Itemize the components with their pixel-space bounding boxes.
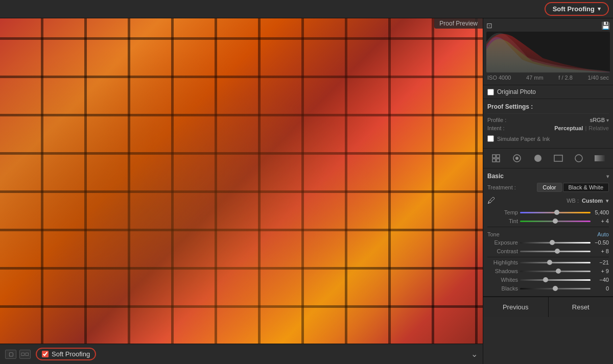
svg-point-5 xyxy=(515,157,518,160)
svg-rect-9 xyxy=(595,155,605,161)
right-panel: ⊡ 💾 xyxy=(483,18,613,364)
shadows-label: Shadows xyxy=(487,268,518,274)
tools-row xyxy=(483,149,613,168)
whites-slider-row: Whites −40 xyxy=(487,277,609,283)
highlights-label: Highlights xyxy=(487,259,518,265)
temp-label: Temp xyxy=(487,209,518,215)
photo-canvas xyxy=(0,18,483,344)
proof-settings-section: Proof Settings : Profile : sRGB ▾ Intent… xyxy=(483,99,613,149)
color-treatment-btn[interactable]: Color xyxy=(537,183,561,192)
exif-iso: ISO 4000 xyxy=(487,75,511,81)
temp-track[interactable] xyxy=(520,212,591,213)
filled-circle-icon[interactable] xyxy=(531,153,545,164)
reset-button[interactable]: Reset xyxy=(549,297,614,317)
save-icon[interactable]: 💾 xyxy=(601,21,610,30)
wb-value: Custom xyxy=(582,198,603,204)
shadows-value: + 9 xyxy=(593,268,609,274)
proof-settings-title: Proof Settings : xyxy=(487,101,609,114)
gradient-icon[interactable] xyxy=(593,153,607,164)
contrast-track[interactable] xyxy=(520,251,591,252)
histogram-icon: ⊡ xyxy=(486,21,492,30)
exif-info: ISO 4000 47 mm f / 2.8 1/40 sec xyxy=(486,72,610,82)
exif-aperture: f / 2.8 xyxy=(558,75,573,81)
highlights-value: −21 xyxy=(593,259,609,265)
basic-title: Basic xyxy=(487,173,504,180)
bottom-buttons: Previous Reset xyxy=(483,297,613,317)
exif-shutter: 1/40 sec xyxy=(587,75,609,81)
exposure-thumb[interactable] xyxy=(550,240,555,245)
simulate-checkbox[interactable] xyxy=(487,135,494,142)
blacks-track[interactable] xyxy=(520,288,591,289)
soft-proofing-checkbox-container[interactable]: Soft Proofing xyxy=(36,348,96,360)
intent-separator: | xyxy=(585,125,586,131)
temp-value: 5,400 xyxy=(593,209,609,215)
shadows-thumb[interactable] xyxy=(556,269,561,274)
main-content: Proof Preview ▢ ▢▢ Soft Proofing ⌄ xyxy=(0,18,613,364)
temp-thumb[interactable] xyxy=(554,210,559,215)
shadows-track[interactable] xyxy=(520,271,591,272)
view-compare-icon[interactable]: ▢▢ xyxy=(19,350,31,359)
intent-options: Perceptual | Relative xyxy=(554,125,609,131)
rect-tool-icon[interactable] xyxy=(551,153,565,164)
treatment-row: Treatment : Color Black & White xyxy=(487,183,609,192)
bottom-left-controls: ▢ ▢▢ Soft Proofing xyxy=(5,348,96,360)
whites-track[interactable] xyxy=(520,279,591,281)
eyedropper-tool[interactable]: 🖊 xyxy=(487,196,496,205)
highlights-thumb[interactable] xyxy=(547,260,552,265)
original-photo-label: Original Photo xyxy=(497,88,536,95)
contrast-label: Contrast xyxy=(487,248,518,254)
circle-tool-icon[interactable] xyxy=(510,153,524,164)
treatment-label: Treatment : xyxy=(487,184,516,190)
blacks-label: Blacks xyxy=(487,285,518,292)
treatment-buttons: Color Black & White xyxy=(537,183,609,192)
intent-perceptual[interactable]: Perceptual xyxy=(554,125,583,131)
original-photo-checkbox[interactable] xyxy=(487,89,494,95)
highlights-track[interactable] xyxy=(520,262,591,263)
tone-header: Tone Auto xyxy=(487,229,609,237)
exif-focal: 47 mm xyxy=(526,75,544,81)
whites-thumb[interactable] xyxy=(543,277,548,282)
profile-value[interactable]: sRGB ▾ xyxy=(590,117,609,123)
tint-thumb[interactable] xyxy=(553,219,558,224)
soft-proofing-header-btn[interactable]: Soft Proofing ▾ xyxy=(545,2,609,16)
grid-tool-icon[interactable] xyxy=(489,153,504,164)
svg-rect-3 xyxy=(497,159,500,162)
basic-section: Basic ▾ Treatment : Color Black & White … xyxy=(483,168,613,297)
blacks-thumb[interactable] xyxy=(553,286,558,291)
bw-treatment-btn[interactable]: Black & White xyxy=(563,183,609,192)
previous-button[interactable]: Previous xyxy=(483,297,549,317)
tone-label: Tone xyxy=(487,231,500,237)
whites-label: Whites xyxy=(487,277,518,283)
histogram-header: ⊡ 💾 xyxy=(486,21,610,30)
contrast-thumb[interactable] xyxy=(555,249,560,254)
svg-point-6 xyxy=(534,155,541,162)
exposure-label: Exposure xyxy=(487,239,518,246)
histogram-canvas xyxy=(486,32,610,72)
proof-preview-label: Proof Preview xyxy=(434,18,483,29)
contrast-value: + 8 xyxy=(593,248,609,254)
svg-point-8 xyxy=(575,155,582,162)
tint-track[interactable] xyxy=(520,221,591,222)
circle-outline-icon[interactable] xyxy=(572,153,586,164)
basic-panel-header: Basic ▾ xyxy=(487,171,609,183)
wb-label: WB : xyxy=(567,198,579,204)
wb-dropdown-icon[interactable]: ▾ xyxy=(606,198,609,204)
svg-rect-1 xyxy=(497,155,500,158)
intent-relative[interactable]: Relative xyxy=(588,125,609,131)
mid-divider xyxy=(487,257,609,257)
blacks-value: 0 xyxy=(593,285,609,292)
auto-button[interactable]: Auto xyxy=(597,231,609,237)
bottom-toolbar: ▢ ▢▢ Soft Proofing ⌄ xyxy=(0,344,483,364)
highlights-slider-row: Highlights −21 xyxy=(487,259,609,265)
exposure-slider-row: Exposure −0.50 xyxy=(487,239,609,246)
expand-icon[interactable]: ⌄ xyxy=(471,349,478,359)
intent-row: Intent : Perceptual | Relative xyxy=(487,125,609,131)
soft-proofing-checkbox[interactable] xyxy=(42,351,49,357)
chevron-down-icon: ▾ xyxy=(598,6,601,12)
histogram-svg xyxy=(486,32,610,72)
contrast-slider-row: Contrast + 8 xyxy=(487,248,609,254)
exposure-track[interactable] xyxy=(520,242,591,244)
wb-row: 🖊 WB : Custom ▾ xyxy=(487,196,609,205)
view-single-icon[interactable]: ▢ xyxy=(5,350,16,359)
tint-label: Tint xyxy=(487,218,518,224)
